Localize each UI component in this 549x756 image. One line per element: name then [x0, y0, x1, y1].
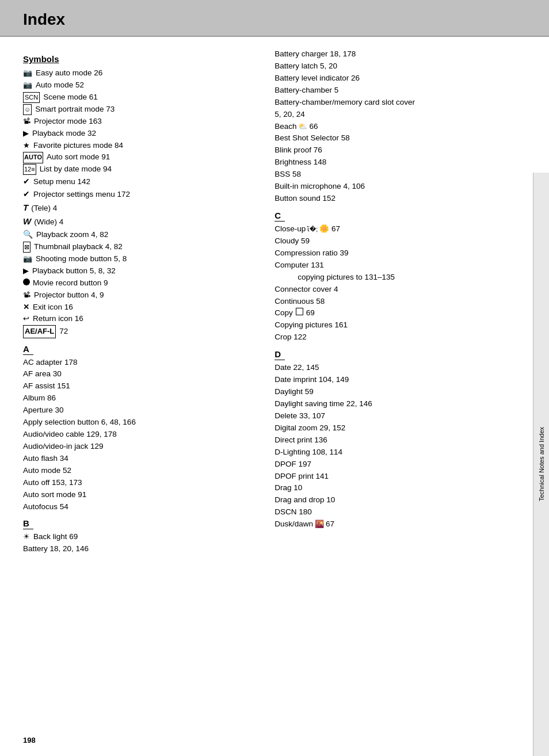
- list-item: Movie record button 9: [23, 277, 251, 289]
- entry-text: Aperture 30: [23, 404, 64, 417]
- list-item: Battery level indicator 26: [274, 72, 526, 85]
- list-item: Battery-chamber/memory card slot cover: [274, 97, 526, 109]
- entry-text: Scene mode 61: [43, 91, 98, 104]
- list-item: ☺ Smart portrait mode 73: [23, 104, 251, 116]
- entry-text: Auto off 153, 173: [23, 477, 82, 489]
- favorite-icon: ★: [23, 140, 30, 151]
- entry-text: Direct print 136: [274, 434, 327, 446]
- list-item: Battery latch 5, 20: [274, 60, 526, 72]
- entry-text: Delete 33, 107: [274, 410, 325, 422]
- sidebar-label: Technical Notes and Index: [538, 427, 545, 501]
- list-item: Computer 131: [274, 259, 526, 272]
- entry-text: (Wide) 4: [34, 216, 63, 228]
- list-item: AC adapter 178: [23, 357, 251, 369]
- proj-settings-icon: ✔: [23, 188, 30, 201]
- entry-text: Blink proof 76: [274, 144, 322, 156]
- entry-text: Computer 131: [274, 259, 324, 272]
- list-item: Audio/video-in jack 129: [23, 441, 251, 453]
- entry-text: Date 22, 145: [274, 362, 319, 374]
- exit-icon: ✕: [23, 301, 29, 313]
- page-title: Index: [23, 10, 526, 29]
- list-item: 🔍 Playback zoom 4, 82: [23, 228, 251, 241]
- entry-text: Shooting mode button 5, 8: [36, 253, 127, 265]
- list-item: Drag 10: [274, 482, 526, 494]
- list-item: AUTO Auto sort mode 91: [23, 151, 251, 163]
- page-header: Index: [0, 0, 549, 37]
- entry-text: 69: [306, 307, 315, 319]
- entry-text: Playback button 5, 8, 32: [32, 265, 116, 277]
- entry-text: Auto mode 52: [36, 79, 84, 91]
- entry-text: DPOF print 141: [274, 471, 329, 483]
- entry-text: Best Shot Selector 58: [274, 132, 350, 144]
- list-item: Beach ⛅ 66: [274, 121, 526, 133]
- list-item: Continuous 58: [274, 296, 526, 308]
- entry-text: Audio/video-in jack 129: [23, 441, 104, 453]
- entry-text: Autofocus 54: [23, 501, 68, 513]
- list-item: 5, 20, 24: [274, 109, 526, 121]
- entry-text: Auto sort mode 91: [47, 151, 110, 163]
- entry-text: Movie record button 9: [33, 277, 108, 289]
- entry-text: AF area 30: [23, 368, 62, 380]
- entry-text: AF assist 151: [23, 380, 70, 392]
- list-item: 📷 Auto mode 52: [23, 79, 251, 91]
- list-item: Auto off 153, 173: [23, 477, 251, 489]
- playback-btn-icon: ▶: [23, 265, 29, 277]
- entry-text: Smart portrait mode 73: [35, 104, 115, 116]
- entry-text: Thumbnail playback 4, 82: [34, 241, 123, 253]
- wide-icon: W: [23, 215, 31, 228]
- list-item: Audio/video cable 129, 178: [23, 429, 251, 441]
- list-item: Battery charger 18, 178: [274, 48, 526, 60]
- dusk-icon: 🌇: [315, 518, 324, 530]
- list-item: Daylight saving time 22, 146: [274, 398, 526, 410]
- scene-mode-icon: SCN: [23, 92, 40, 103]
- list-item: ▶ Playback button 5, 8, 32: [23, 265, 251, 277]
- list-item: Copy 69: [274, 307, 526, 319]
- entry-text: Continuous 58: [274, 296, 325, 308]
- section-b-heading: B: [23, 518, 33, 529]
- entry-text: Close-up: [274, 223, 306, 235]
- list-item: ☀ Back light 69: [23, 531, 251, 543]
- entry-text: Battery-chamber/memory card slot cover: [274, 97, 415, 109]
- entry-text: Battery-chamber 5: [274, 85, 338, 97]
- beach-icon: ⛅: [298, 121, 307, 132]
- entry-text: (Tele) 4: [31, 203, 57, 215]
- list-item: W (Wide) 4: [23, 215, 251, 228]
- playback-zoom-icon: 🔍: [23, 228, 33, 241]
- list-item: Blink proof 76: [274, 144, 526, 156]
- entry-text: Connector cover 4: [274, 284, 338, 296]
- list-item: D-Lighting 108, 114: [274, 446, 526, 459]
- list-item: AF assist 151: [23, 380, 251, 392]
- list-item: Dusk/dawn 🌇 67: [274, 518, 526, 530]
- list-item: Copying pictures 161: [274, 319, 526, 331]
- entry-text: Auto mode 52: [23, 465, 71, 477]
- list-item: ↩ Return icon 16: [23, 313, 251, 325]
- section-a-heading: A: [23, 344, 33, 355]
- list-item: Autofocus 54: [23, 501, 251, 513]
- entry-text: Cloudy 59: [274, 235, 310, 247]
- list-item: Battery-chamber 5: [274, 85, 526, 97]
- list-item: ✔ Projector settings menu 172: [23, 188, 251, 201]
- entry-text: Date imprint 104, 149: [274, 374, 349, 386]
- entry-text: Projector settings menu 172: [33, 189, 130, 201]
- entry-text: Button sound 152: [274, 193, 336, 205]
- entry-text: Battery 18, 20, 146: [23, 543, 89, 555]
- entry-text: Copy: [274, 307, 293, 319]
- list-item: Auto flash 34: [23, 453, 251, 465]
- entry-text: Drag 10: [274, 482, 302, 494]
- list-item: 📷 Easy auto mode 26: [23, 67, 251, 79]
- list-item: ✔ Setup menu 142: [23, 175, 251, 188]
- list-item: Album 86: [23, 392, 251, 404]
- list-item: ▶ Playback mode 32: [23, 128, 251, 140]
- list-item: ✕ Exit icon 16: [23, 301, 251, 314]
- entry-text: Back light 69: [33, 531, 78, 543]
- list-item: Auto sort mode 91: [23, 489, 251, 501]
- entry-text: Exit icon 16: [33, 301, 73, 314]
- list-item: Drag and drop 10: [274, 494, 526, 506]
- tele-icon: T: [23, 201, 28, 214]
- list-item: Apply selection button 6, 48, 166: [23, 417, 251, 429]
- entry-text: Favorite pictures mode 84: [33, 140, 123, 152]
- page-number: 198: [23, 736, 36, 744]
- entry-text: Projector mode 163: [34, 116, 102, 128]
- entry-text: Playback zoom 4, 82: [36, 229, 108, 241]
- list-item: ★ Favorite pictures mode 84: [23, 140, 251, 152]
